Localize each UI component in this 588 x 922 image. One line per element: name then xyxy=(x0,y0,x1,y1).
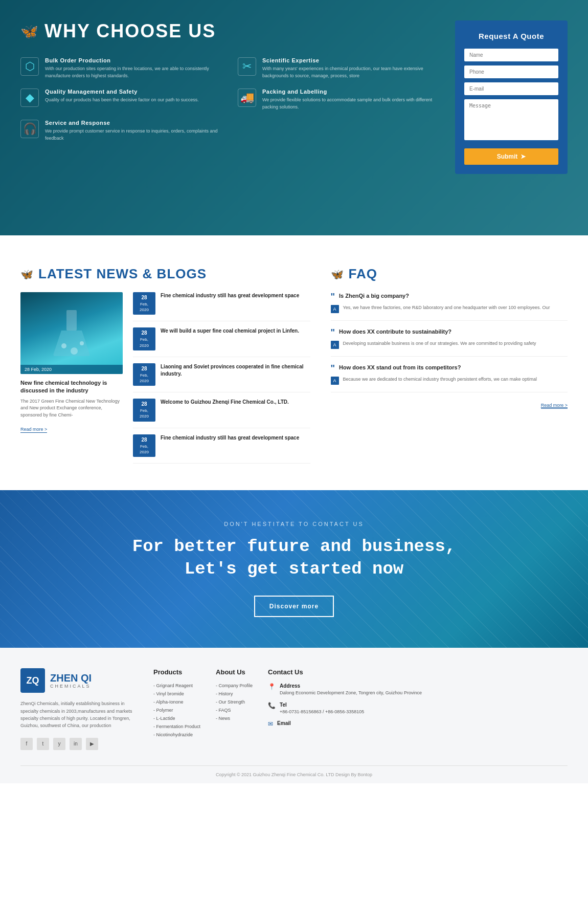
about-list: Company Profile History Our Strength FAQ… xyxy=(216,683,253,721)
footer-products-col: Products Grignard Reagent Vinyl bromide … xyxy=(153,668,200,750)
why-left: 🦋 WHY CHOOSE US ⬡ Bulk Order Production … xyxy=(20,20,440,174)
quote-name-input[interactable] xyxy=(464,49,558,61)
tel-text: +86-0731-85156863 / +86-0856-3358105 xyxy=(280,709,364,716)
cta-title: For better future and business, Let's ge… xyxy=(20,535,568,580)
faq-answer-2: A Developing sustainable business is one… xyxy=(331,340,568,349)
packing-text: Packing and Labelling We provide flexibl… xyxy=(262,89,440,111)
faq-quote-icon-3: " xyxy=(331,364,335,373)
news-item-title-2: We will build a super fine coal chemical… xyxy=(161,327,299,335)
product-item-3: Alpha-Ionone xyxy=(153,699,200,705)
contact-email-item: ✉ Email xyxy=(268,720,422,728)
bulk-icon: ⬡ xyxy=(20,57,39,76)
product-item-7: Nicotinohydrazide xyxy=(153,732,200,737)
faq-question-text-1: Is ZhenQi a big company? xyxy=(339,292,409,300)
news-item-title-1: Fine chemical industry still has great d… xyxy=(161,292,299,299)
logo-icon: ZQ xyxy=(20,668,45,693)
play-icon[interactable]: ▶ xyxy=(86,738,98,750)
product-item-5: L-Lactide xyxy=(153,716,200,721)
faq-answer-text-1: Yes, we have three factories, one R&D la… xyxy=(343,304,550,312)
faq-section-title: 🦋 FAQ xyxy=(331,266,568,282)
quote-form-container: Request A Quote Submit ➤ xyxy=(455,20,568,174)
faq-question-1: " Is ZhenQi a big company? xyxy=(331,292,568,301)
feature-bulk: ⬡ Bulk Order Production With our product… xyxy=(20,57,222,79)
footer: ZQ ZHEN QI CHEMICALS ZhenQi Chemicals, i… xyxy=(0,648,588,783)
service-title: Service and Response xyxy=(45,120,222,126)
submit-label: Submit xyxy=(497,153,518,160)
quality-text: Quality Management and Safety Quality of… xyxy=(45,89,199,104)
twitter-icon[interactable]: t xyxy=(37,738,49,750)
send-icon: ➤ xyxy=(521,153,526,160)
footer-bottom: Copyright © 2021 Guizhou Zhenqi Fine Che… xyxy=(20,765,568,783)
product-item-2: Vinyl bromide xyxy=(153,691,200,696)
why-choose-us-section: 🦋 WHY CHOOSE US ⬡ Bulk Order Production … xyxy=(0,0,588,235)
faq-a-icon-1: A xyxy=(331,305,339,313)
linkedin-icon[interactable]: in xyxy=(70,738,82,750)
quote-email-input[interactable] xyxy=(464,82,558,95)
about-item-5: News xyxy=(216,716,253,721)
feature-service: 🎧 Service and Response We provide prompt… xyxy=(20,120,222,142)
news-item-3: 28 Feb, 2020 Liaoning and Soviet provinc… xyxy=(133,363,310,392)
faq-a-icon-3: A xyxy=(331,377,339,385)
faq-question-3: " How does XX stand out from its competi… xyxy=(331,364,568,373)
why-title: 🦋 WHY CHOOSE US xyxy=(20,20,440,42)
address-pin-icon: 📍 xyxy=(268,683,276,690)
news-body: 28 Feb, 2020 New fine chemical technolog… xyxy=(20,292,310,470)
scientific-title: Scientific Expertise xyxy=(262,57,440,63)
brand-name: ZHEN QI xyxy=(50,672,92,684)
quote-phone-input[interactable] xyxy=(464,65,558,78)
address-text: Dalong Economic Development Zone, Tongre… xyxy=(280,690,422,697)
why-heading: WHY CHOOSE US xyxy=(44,20,216,42)
news-section: 🦋 LATEST NEWS & BLOGS xyxy=(20,266,310,470)
faq-quote-icon-2: " xyxy=(331,328,335,337)
faq-section: 🦋 FAQ " Is ZhenQi a big company? A Yes, … xyxy=(331,266,568,470)
faq-question-text-3: How does XX stand out from its competito… xyxy=(339,364,461,371)
news-wing-icon: 🦋 xyxy=(20,268,33,280)
news-item-5: 28 Feb, 2020 Fine chemical industry stil… xyxy=(133,434,310,464)
news-featured-excerpt: The 2017 Green Fine Chemical New Technol… xyxy=(20,398,123,419)
news-item-title-4: Welcome to Guizhou Zhenqi Fine Chemical … xyxy=(161,399,289,406)
product-item-4: Polymer xyxy=(153,708,200,713)
cta-title-line2: Let's get started now xyxy=(185,559,403,579)
faq-heading: FAQ xyxy=(349,266,377,282)
news-read-more-link[interactable]: Read more > xyxy=(20,427,47,433)
faq-a-icon-2: A xyxy=(331,341,339,349)
svg-point-3 xyxy=(80,341,84,345)
scientific-desc: With many years' experiences in chemical… xyxy=(262,65,440,79)
why-content: 🦋 WHY CHOOSE US ⬡ Bulk Order Production … xyxy=(20,20,568,174)
wing-icon: 🦋 xyxy=(20,23,38,40)
tel-label: Tel xyxy=(280,702,364,708)
facebook-icon[interactable]: f xyxy=(20,738,33,750)
contact-tel-item: 📞 Tel +86-0731-85156863 / +86-0856-33581… xyxy=(268,702,422,716)
bulk-title: Bulk Order Production xyxy=(45,57,222,63)
footer-brand: ZQ ZHEN QI CHEMICALS ZhenQi Chemicals, i… xyxy=(20,668,133,750)
faq-answer-3: A Because we are dedicated to chemical i… xyxy=(331,376,568,385)
bulk-text: Bulk Order Production With our productio… xyxy=(45,57,222,79)
feature-quality: ◆ Quality Management and Safety Quality … xyxy=(20,89,222,111)
news-item-2: 28 Feb, 2020 We will build a super fine … xyxy=(133,327,310,357)
youtube-icon[interactable]: y xyxy=(53,738,65,750)
about-item-4: FAQS xyxy=(216,708,253,713)
news-date-2: 28 Feb, 2020 xyxy=(133,327,155,350)
products-col-title: Products xyxy=(153,668,200,676)
quote-message-input[interactable] xyxy=(464,99,558,140)
feature-packing: 🚚 Packing and Labelling We provide flexi… xyxy=(238,89,440,111)
about-item-3: Our Strength xyxy=(216,699,253,705)
brand-sub: CHEMICALS xyxy=(50,684,92,689)
news-item-title-5: Fine chemical industry still has great d… xyxy=(161,434,299,442)
social-icons: f t y in ▶ xyxy=(20,738,133,750)
quote-form: Request A Quote Submit ➤ xyxy=(455,20,568,174)
quality-icon: ◆ xyxy=(20,89,39,107)
packing-title: Packing and Labelling xyxy=(262,89,440,95)
spacer-1 xyxy=(0,235,588,256)
copyright-text: Copyright © 2021 Guizhou Zhenqi Fine Che… xyxy=(216,772,372,777)
features-grid: ⬡ Bulk Order Production With our product… xyxy=(20,57,440,142)
faq-answer-1: A Yes, we have three factories, one R&D … xyxy=(331,304,568,313)
cta-title-line1: For better future and business, xyxy=(132,537,456,556)
discover-button[interactable]: Discover more xyxy=(254,596,334,617)
faq-read-more-link[interactable]: Read more > xyxy=(541,403,568,409)
email-block: Email xyxy=(277,720,291,727)
submit-button[interactable]: Submit ➤ xyxy=(464,148,558,165)
contact-col-title: Contact Us xyxy=(268,668,422,676)
bulk-desc: With our production sites operating in t… xyxy=(45,65,222,79)
news-date-4: 28 Feb, 2020 xyxy=(133,399,155,421)
